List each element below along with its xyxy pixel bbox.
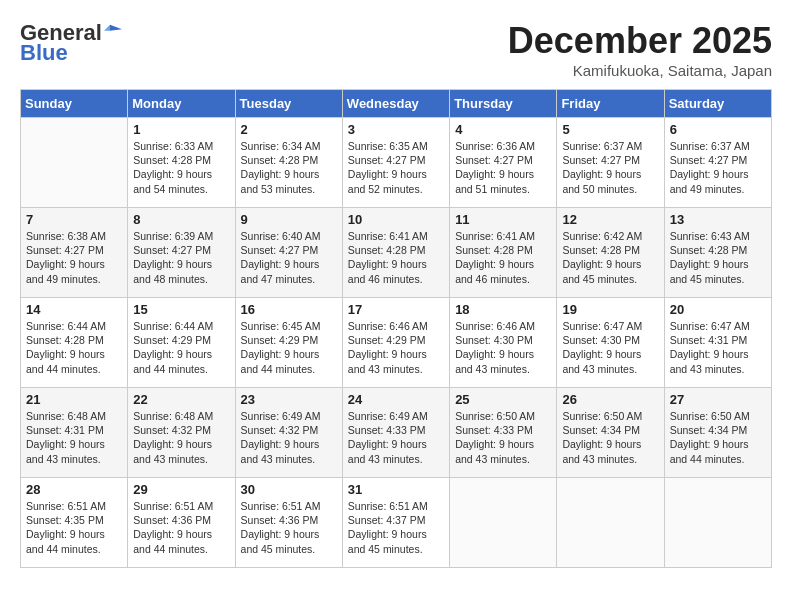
calendar-cell: 12Sunrise: 6:42 AM Sunset: 4:28 PM Dayli… — [557, 208, 664, 298]
calendar-cell: 19Sunrise: 6:47 AM Sunset: 4:30 PM Dayli… — [557, 298, 664, 388]
day-number: 19 — [562, 302, 658, 317]
day-number: 24 — [348, 392, 444, 407]
day-info: Sunrise: 6:51 AM Sunset: 4:36 PM Dayligh… — [133, 499, 229, 556]
calendar-week-row: 7Sunrise: 6:38 AM Sunset: 4:27 PM Daylig… — [21, 208, 772, 298]
calendar-cell: 1Sunrise: 6:33 AM Sunset: 4:28 PM Daylig… — [128, 118, 235, 208]
day-info: Sunrise: 6:48 AM Sunset: 4:31 PM Dayligh… — [26, 409, 122, 466]
calendar-cell — [557, 478, 664, 568]
calendar-cell: 6Sunrise: 6:37 AM Sunset: 4:27 PM Daylig… — [664, 118, 771, 208]
day-info: Sunrise: 6:48 AM Sunset: 4:32 PM Dayligh… — [133, 409, 229, 466]
day-number: 10 — [348, 212, 444, 227]
calendar-cell: 9Sunrise: 6:40 AM Sunset: 4:27 PM Daylig… — [235, 208, 342, 298]
calendar-cell: 18Sunrise: 6:46 AM Sunset: 4:30 PM Dayli… — [450, 298, 557, 388]
calendar-week-row: 1Sunrise: 6:33 AM Sunset: 4:28 PM Daylig… — [21, 118, 772, 208]
calendar-cell — [450, 478, 557, 568]
calendar-cell: 14Sunrise: 6:44 AM Sunset: 4:28 PM Dayli… — [21, 298, 128, 388]
page-header: General Blue December 2025 Kamifukuoka, … — [20, 20, 772, 79]
weekday-header-friday: Friday — [557, 90, 664, 118]
calendar-body: 1Sunrise: 6:33 AM Sunset: 4:28 PM Daylig… — [21, 118, 772, 568]
calendar-cell: 17Sunrise: 6:46 AM Sunset: 4:29 PM Dayli… — [342, 298, 449, 388]
calendar-cell: 13Sunrise: 6:43 AM Sunset: 4:28 PM Dayli… — [664, 208, 771, 298]
day-info: Sunrise: 6:45 AM Sunset: 4:29 PM Dayligh… — [241, 319, 337, 376]
day-info: Sunrise: 6:44 AM Sunset: 4:29 PM Dayligh… — [133, 319, 229, 376]
day-info: Sunrise: 6:39 AM Sunset: 4:27 PM Dayligh… — [133, 229, 229, 286]
day-info: Sunrise: 6:50 AM Sunset: 4:33 PM Dayligh… — [455, 409, 551, 466]
calendar-cell: 31Sunrise: 6:51 AM Sunset: 4:37 PM Dayli… — [342, 478, 449, 568]
day-number: 21 — [26, 392, 122, 407]
weekday-header-sunday: Sunday — [21, 90, 128, 118]
calendar-cell: 26Sunrise: 6:50 AM Sunset: 4:34 PM Dayli… — [557, 388, 664, 478]
day-info: Sunrise: 6:47 AM Sunset: 4:30 PM Dayligh… — [562, 319, 658, 376]
day-number: 30 — [241, 482, 337, 497]
calendar-cell: 21Sunrise: 6:48 AM Sunset: 4:31 PM Dayli… — [21, 388, 128, 478]
day-number: 28 — [26, 482, 122, 497]
day-info: Sunrise: 6:41 AM Sunset: 4:28 PM Dayligh… — [348, 229, 444, 286]
day-number: 11 — [455, 212, 551, 227]
calendar-table: SundayMondayTuesdayWednesdayThursdayFrid… — [20, 89, 772, 568]
day-info: Sunrise: 6:37 AM Sunset: 4:27 PM Dayligh… — [562, 139, 658, 196]
location: Kamifukuoka, Saitama, Japan — [508, 62, 772, 79]
day-info: Sunrise: 6:51 AM Sunset: 4:35 PM Dayligh… — [26, 499, 122, 556]
svg-marker-0 — [110, 25, 122, 31]
day-info: Sunrise: 6:43 AM Sunset: 4:28 PM Dayligh… — [670, 229, 766, 286]
calendar-cell: 10Sunrise: 6:41 AM Sunset: 4:28 PM Dayli… — [342, 208, 449, 298]
calendar-cell: 27Sunrise: 6:50 AM Sunset: 4:34 PM Dayli… — [664, 388, 771, 478]
calendar-cell: 22Sunrise: 6:48 AM Sunset: 4:32 PM Dayli… — [128, 388, 235, 478]
calendar-cell: 16Sunrise: 6:45 AM Sunset: 4:29 PM Dayli… — [235, 298, 342, 388]
calendar-cell: 4Sunrise: 6:36 AM Sunset: 4:27 PM Daylig… — [450, 118, 557, 208]
logo-bird-icon — [104, 23, 122, 37]
day-number: 15 — [133, 302, 229, 317]
day-info: Sunrise: 6:40 AM Sunset: 4:27 PM Dayligh… — [241, 229, 337, 286]
day-number: 4 — [455, 122, 551, 137]
day-info: Sunrise: 6:38 AM Sunset: 4:27 PM Dayligh… — [26, 229, 122, 286]
calendar-week-row: 14Sunrise: 6:44 AM Sunset: 4:28 PM Dayli… — [21, 298, 772, 388]
day-info: Sunrise: 6:35 AM Sunset: 4:27 PM Dayligh… — [348, 139, 444, 196]
day-number: 5 — [562, 122, 658, 137]
calendar-cell: 8Sunrise: 6:39 AM Sunset: 4:27 PM Daylig… — [128, 208, 235, 298]
calendar-header-row: SundayMondayTuesdayWednesdayThursdayFrid… — [21, 90, 772, 118]
day-number: 29 — [133, 482, 229, 497]
calendar-cell: 2Sunrise: 6:34 AM Sunset: 4:28 PM Daylig… — [235, 118, 342, 208]
calendar-cell: 29Sunrise: 6:51 AM Sunset: 4:36 PM Dayli… — [128, 478, 235, 568]
logo-blue: Blue — [20, 40, 68, 66]
weekday-header-tuesday: Tuesday — [235, 90, 342, 118]
weekday-header-monday: Monday — [128, 90, 235, 118]
day-info: Sunrise: 6:46 AM Sunset: 4:29 PM Dayligh… — [348, 319, 444, 376]
day-number: 20 — [670, 302, 766, 317]
calendar-cell: 28Sunrise: 6:51 AM Sunset: 4:35 PM Dayli… — [21, 478, 128, 568]
day-number: 1 — [133, 122, 229, 137]
title-block: December 2025 Kamifukuoka, Saitama, Japa… — [508, 20, 772, 79]
day-number: 26 — [562, 392, 658, 407]
calendar-cell: 7Sunrise: 6:38 AM Sunset: 4:27 PM Daylig… — [21, 208, 128, 298]
day-number: 12 — [562, 212, 658, 227]
day-info: Sunrise: 6:51 AM Sunset: 4:37 PM Dayligh… — [348, 499, 444, 556]
day-number: 25 — [455, 392, 551, 407]
day-info: Sunrise: 6:34 AM Sunset: 4:28 PM Dayligh… — [241, 139, 337, 196]
day-number: 17 — [348, 302, 444, 317]
calendar-cell: 5Sunrise: 6:37 AM Sunset: 4:27 PM Daylig… — [557, 118, 664, 208]
calendar-week-row: 21Sunrise: 6:48 AM Sunset: 4:31 PM Dayli… — [21, 388, 772, 478]
day-info: Sunrise: 6:51 AM Sunset: 4:36 PM Dayligh… — [241, 499, 337, 556]
day-number: 7 — [26, 212, 122, 227]
day-number: 9 — [241, 212, 337, 227]
day-info: Sunrise: 6:50 AM Sunset: 4:34 PM Dayligh… — [562, 409, 658, 466]
day-info: Sunrise: 6:41 AM Sunset: 4:28 PM Dayligh… — [455, 229, 551, 286]
weekday-header-thursday: Thursday — [450, 90, 557, 118]
day-number: 6 — [670, 122, 766, 137]
day-info: Sunrise: 6:33 AM Sunset: 4:28 PM Dayligh… — [133, 139, 229, 196]
calendar-cell: 3Sunrise: 6:35 AM Sunset: 4:27 PM Daylig… — [342, 118, 449, 208]
day-info: Sunrise: 6:49 AM Sunset: 4:32 PM Dayligh… — [241, 409, 337, 466]
calendar-cell: 24Sunrise: 6:49 AM Sunset: 4:33 PM Dayli… — [342, 388, 449, 478]
day-number: 27 — [670, 392, 766, 407]
day-number: 14 — [26, 302, 122, 317]
day-number: 22 — [133, 392, 229, 407]
calendar-cell — [21, 118, 128, 208]
calendar-cell: 11Sunrise: 6:41 AM Sunset: 4:28 PM Dayli… — [450, 208, 557, 298]
day-info: Sunrise: 6:44 AM Sunset: 4:28 PM Dayligh… — [26, 319, 122, 376]
day-number: 23 — [241, 392, 337, 407]
day-info: Sunrise: 6:42 AM Sunset: 4:28 PM Dayligh… — [562, 229, 658, 286]
calendar-week-row: 28Sunrise: 6:51 AM Sunset: 4:35 PM Dayli… — [21, 478, 772, 568]
day-info: Sunrise: 6:36 AM Sunset: 4:27 PM Dayligh… — [455, 139, 551, 196]
day-info: Sunrise: 6:46 AM Sunset: 4:30 PM Dayligh… — [455, 319, 551, 376]
day-number: 16 — [241, 302, 337, 317]
